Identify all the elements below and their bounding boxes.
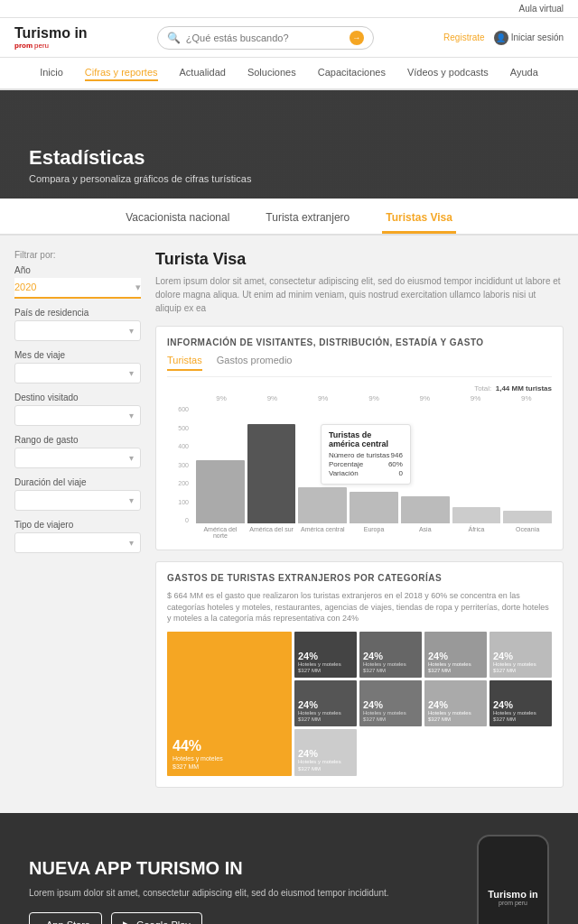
pais-label: País de residencia: [14, 308, 141, 318]
cat-pct-light-1: 24%: [428, 651, 483, 661]
cat-label-light-4: Hoteles y moteles $327 MM: [298, 759, 353, 772]
cat-med-1: 24% Hoteles y moteles $327 MM: [359, 632, 422, 678]
bar-7: [503, 511, 552, 523]
bar-6: [452, 507, 501, 523]
nav-videos[interactable]: Vídeos y podcasts: [407, 65, 489, 81]
cat-pct-dark-2: 24%: [298, 699, 353, 710]
section-title: Turista Visa: [155, 250, 564, 269]
tab-vacacionista[interactable]: Vacacionista nacional: [122, 208, 233, 234]
x-label-5: Asia: [401, 526, 450, 539]
pct-1: 9%: [196, 394, 247, 402]
nav-soluciones[interactable]: Soluciones: [247, 65, 296, 81]
duracion-label: Duración del viaje: [14, 477, 141, 487]
tooltip: Turistas de américa central Número de tu…: [321, 424, 411, 485]
tipo-label: Tipo de viajero: [14, 520, 141, 530]
cat-pct-med-1: 24%: [363, 651, 418, 661]
google-play-button[interactable]: ▶ Google Play: [111, 912, 202, 924]
visitors-card: INFORMACIÓN DE VISITANTES, DISTRIBUCIÓN,…: [155, 326, 564, 550]
cat-pct-orange: 44%: [172, 738, 286, 754]
bar-chart: 600 500 400 300 200 100 0: [167, 406, 552, 523]
mes-chevron: [129, 368, 134, 378]
x-label-3: América central: [298, 526, 347, 539]
logo-area: Turismo in prom peru: [14, 25, 88, 50]
year-select[interactable]: 2020: [14, 278, 141, 299]
bar-4: [350, 492, 398, 523]
cat-light-3: 24% Hoteles y moteles $327 MM: [424, 680, 487, 726]
bar-group-7: [503, 406, 552, 523]
search-submit-icon[interactable]: →: [350, 31, 364, 45]
phone-sub: prom peru: [499, 900, 527, 906]
header-right: Registrate 👤 Iniciar sesión: [443, 31, 564, 45]
x-labels: América del norte América del sur Améric…: [196, 526, 552, 539]
pct-2: 9%: [247, 394, 297, 402]
cat-pct-dark-3: 24%: [493, 699, 548, 710]
duracion-chevron: [129, 495, 134, 505]
cat-label-light-1: Hoteles y moteles $327 MM: [428, 661, 483, 674]
cat-pct-light-2: 24%: [493, 651, 548, 661]
pais-select[interactable]: [14, 320, 141, 341]
year-label: Año: [14, 265, 141, 275]
cat-light-2: 24% Hoteles y moteles $327 MM: [489, 632, 552, 678]
tab-turista-visa[interactable]: Turistas Visa: [382, 208, 456, 234]
bar-group-2: [247, 406, 296, 523]
destino-label: Destino visitado: [14, 393, 141, 402]
mes-filter: Mes de viaje: [14, 350, 141, 383]
nav-cifras[interactable]: Cifras y reportes: [85, 65, 158, 81]
app-buttons: App Store ▶ Google Play: [29, 912, 459, 924]
y-axis: 600 500 400 300 200 100 0: [167, 406, 192, 523]
rango-label: Rango de gasto: [14, 435, 141, 445]
tipo-select[interactable]: [14, 532, 141, 553]
nav-ayuda[interactable]: Ayuda: [510, 65, 538, 81]
cat-label-dark-3: Hoteles y moteles $327 MM: [493, 710, 548, 723]
subtab-turistas[interactable]: Turistas: [167, 355, 202, 371]
tooltip-row-3: Variación0: [329, 469, 403, 477]
nav-bar: Inicio Cifras y reportes Actualidad Solu…: [0, 58, 578, 90]
year-chevron: [135, 282, 141, 293]
app-store-button[interactable]: App Store: [29, 912, 102, 924]
bar-group-6: [452, 406, 501, 523]
tipo-chevron: [129, 538, 134, 548]
user-icon: 👤: [494, 31, 508, 45]
rango-filter: Rango de gasto: [14, 435, 141, 468]
mes-select[interactable]: [14, 363, 141, 383]
cat-pct-dark-1: 24%: [298, 651, 353, 661]
bar-3: [298, 487, 347, 523]
duracion-select[interactable]: [14, 490, 141, 511]
cat-light-4: 24% Hoteles y moteles $327 MM: [294, 729, 357, 775]
pct-5: 9%: [399, 394, 450, 402]
nav-capacitaciones[interactable]: Capacitaciones: [318, 65, 386, 81]
registrate-link[interactable]: Registrate: [443, 32, 485, 42]
cat-orange: 44% Hoteles y moteles$327 MM: [167, 632, 292, 776]
tipo-filter: Tipo de viajero: [14, 520, 141, 553]
categories-card-title: GASTOS DE TURISTAS EXTRANJEROS POR CATEG…: [167, 573, 552, 583]
app-section: NUEVA APP TURISMO IN Lorem ipsum dolor s…: [0, 813, 578, 924]
x-label-2: América del sur: [247, 526, 296, 539]
nav-actualidad[interactable]: Actualidad: [180, 65, 226, 81]
hero-subtitle: Compara y personaliza gráficos de cifras…: [29, 173, 549, 184]
cat-pct-med-2: 24%: [363, 699, 418, 710]
pct-7: 9%: [501, 394, 552, 402]
subtab-gastos[interactable]: Gastos promedio: [217, 355, 293, 371]
year-filter: Año 2020: [14, 265, 141, 299]
rango-select[interactable]: [14, 448, 141, 468]
total-label: Total:: [474, 384, 496, 393]
iniciar-sesion-link[interactable]: 👤 Iniciar sesión: [494, 31, 564, 45]
visitors-card-title: INFORMACIÓN DE VISITANTES, DISTRIBUCIÓN,…: [167, 337, 552, 347]
hero: Estadísticas Compara y personaliza gráfi…: [0, 90, 578, 199]
section-desc: Lorem ipsum dolor sit amet, consectetur …: [155, 274, 564, 315]
destino-select[interactable]: [14, 405, 141, 426]
destino-chevron: [129, 411, 134, 420]
destino-filter: Destino visitado: [14, 393, 141, 426]
bar-5: [401, 496, 450, 523]
aula-virtual-link[interactable]: Aula virtual: [519, 4, 564, 14]
x-label-6: África: [452, 526, 501, 539]
nav-inicio[interactable]: Inicio: [40, 65, 63, 81]
x-label-4: Europa: [350, 526, 398, 539]
search-input[interactable]: [186, 32, 344, 43]
search-bar[interactable]: 🔍 →: [157, 26, 374, 50]
cat-label-med-1: Hoteles y moteles $327 MM: [363, 661, 418, 674]
bars-container: Turistas de américa central Número de tu…: [196, 406, 552, 523]
app-store-label: App Store: [46, 919, 90, 924]
tab-turista-ext[interactable]: Turista extranjero: [262, 208, 353, 234]
logo: Turismo in prom peru: [14, 25, 88, 50]
